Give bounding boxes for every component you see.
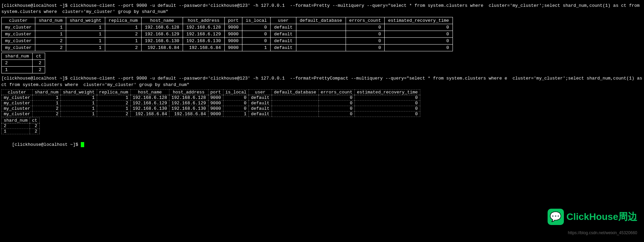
table-cell: 1 [2,128,30,134]
table-cell [296,38,346,45]
table-header-estimated_recovery_time: estimated_recovery_time [355,89,420,95]
pretty-table-2: shard_numct 2212 [1,53,45,73]
table-cell [296,31,346,38]
table-cell: 0 [355,95,420,100]
table-cell: 9000 [224,31,242,38]
pretty-table-2-section: shard_numct 2212 [0,53,644,73]
table-cell: 0 [385,31,453,38]
table-cell: 0 [346,45,385,51]
table-cell: 192.168.6.84 [130,111,169,117]
table-header-estimated_recovery_time: estimated_recovery_time [385,17,453,24]
table-cell: 0 [223,106,249,111]
table-cell: 192.168.6.128 [183,24,224,31]
table-cell: 1 [242,45,270,51]
table-cell: my_cluster [2,45,35,51]
table-cell: 192.168.6.84 [141,45,183,51]
table-cell: 192.168.6.129 [169,100,208,106]
table-row: my_cluster211192.168.6.130192.168.6.1309… [2,106,420,111]
table-header-shard_weight: shard_weight [66,17,105,24]
table-cell: 192.168.6.130 [183,38,224,45]
table-cell: 0 [223,100,249,106]
table-cell: 192.168.6.130 [141,38,183,45]
table-header-errors_count: errors_count [346,17,385,24]
table-cell: 0 [346,38,385,45]
table-cell: 192.168.6.130 [130,106,169,111]
table-cell: default [271,24,296,31]
table-header-ct: ct [33,53,45,60]
table-cell: 1 [61,100,97,106]
final-prompt: [clickhouse@localhost ~]$ [0,135,644,155]
pretty-table-1: clustershard_numshard_weightreplica_numh… [1,17,453,51]
table-header-errors_count: errors_count [318,89,355,95]
table-cell: 1 [2,67,33,73]
table-header-host_name: host_name [141,17,183,24]
table-row: my_cluster212192.168.6.84192.168.6.84900… [2,45,453,51]
table-cell: 2 [97,111,130,117]
table-header-replica_num: replica_num [105,17,141,24]
table-cell: 2 [2,123,30,128]
table-header-default_database: default_database [296,17,346,24]
table-cell [296,45,346,51]
table-cell: 1 [66,24,105,31]
table-cell: 192.168.6.128 [169,95,208,100]
table-cell: 0 [385,45,453,51]
table-cell: 1 [33,100,61,106]
table-cell: my_cluster [2,100,33,106]
table-cell: 0 [223,95,249,100]
table-cell: 192.168.6.130 [169,106,208,111]
table-cell: 1 [35,31,66,38]
table-header-host_address: host_address [169,89,208,95]
watermark-url: https://blog.csdn.net/weixin_45320660 [568,230,637,235]
table-row: my_cluster112192.168.6.129192.168.6.1299… [2,31,453,38]
table-cell: 0 [385,24,453,31]
table-cell: 192.168.6.128 [130,95,169,100]
table-cell: 2 [30,123,40,128]
table-cell: 192.168.6.129 [183,31,224,38]
table-cell: 2 [30,128,40,134]
terminal: [clickhouse@localhost ~]$ clickhouse-cli… [0,0,644,242]
table-header-is_local: is_local [242,17,270,24]
table-cell: default [271,45,296,51]
table-cell: 0 [355,100,420,106]
table-cell: 0 [355,106,420,111]
table-header-cluster: cluster [2,89,33,95]
watermark-brand: ClickHouse周边 [567,210,638,223]
table-row: 12 [2,128,40,134]
table-cell: 0 [318,106,355,111]
table-cell [272,111,318,117]
table-cell: 1 [97,95,130,100]
compact-table-1-section: clustershard_numshard_weightreplica_numh… [0,89,644,117]
table-cell: default [249,100,272,106]
table-header-is_local: is_local [223,89,249,95]
table-cell: 2 [35,38,66,45]
table-cell: 1 [35,24,66,31]
table-cell: 2 [33,106,61,111]
table-cell: 1 [33,95,61,100]
table-cell: 9000 [208,111,223,117]
table-cell: 1 [105,24,141,31]
table-cell: 192.168.6.129 [141,31,183,38]
table-cell: 192.168.6.129 [130,100,169,106]
table-row: 22 [2,123,40,128]
table-cell: my_cluster [2,24,35,31]
table-row: my_cluster211192.168.6.130192.168.6.1309… [2,38,453,45]
table-cell: 0 [318,100,355,106]
table-row: my_cluster111192.168.6.128192.168.6.1289… [2,95,420,100]
table-row: my_cluster111192.168.6.128192.168.6.1289… [2,24,453,31]
table-cell: 0 [355,111,420,117]
table-cell: 2 [35,45,66,51]
table-cell: default [271,38,296,45]
table-cell: 2 [105,45,141,51]
table-cell: 192.168.6.84 [183,45,224,51]
compact-table-2: shard_numct 2212 [1,118,40,134]
table-cell: 2 [97,100,130,106]
table-cell: 1 [66,38,105,45]
table-cell: 9000 [208,100,223,106]
table-cell: 192.168.6.84 [169,111,208,117]
table-header-port: port [224,17,242,24]
table-cell: 0 [385,38,453,45]
table-cell: 1 [61,106,97,111]
table-header-host_address: host_address [183,17,224,24]
table-cell: default [249,111,272,117]
table-cell: 0 [242,38,270,45]
